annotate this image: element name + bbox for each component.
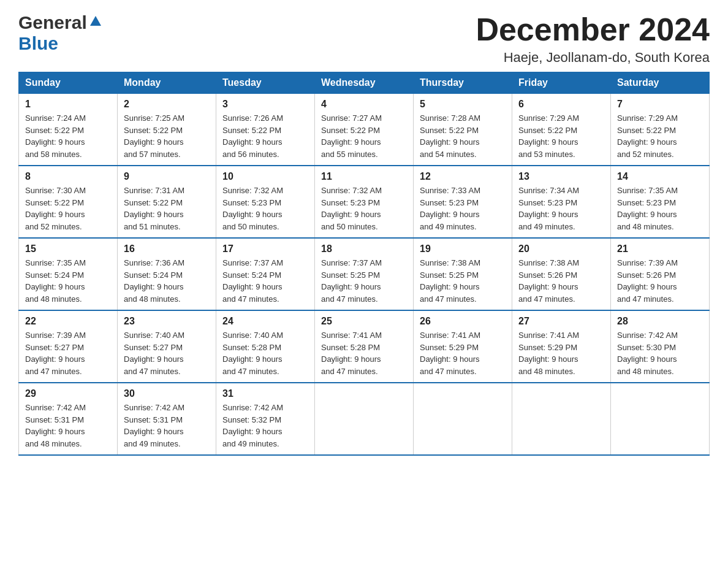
day-info: Sunrise: 7:40 AM Sunset: 5:27 PM Dayligh…: [124, 329, 210, 377]
svg-marker-0: [90, 16, 101, 26]
day-number: 9: [124, 171, 210, 182]
day-info: Sunrise: 7:42 AM Sunset: 5:31 PM Dayligh…: [124, 402, 210, 450]
day-info: Sunrise: 7:29 AM Sunset: 5:22 PM Dayligh…: [617, 112, 703, 160]
day-info: Sunrise: 7:28 AM Sunset: 5:22 PM Dayligh…: [420, 112, 506, 160]
week-row-4: 22 Sunrise: 7:39 AM Sunset: 5:27 PM Dayl…: [19, 310, 710, 383]
day-info: Sunrise: 7:42 AM Sunset: 5:30 PM Dayligh…: [617, 329, 703, 377]
day-number: 7: [617, 99, 703, 110]
empty-cell: [414, 383, 512, 455]
empty-cell: [611, 383, 710, 455]
day-cell-13: 13 Sunrise: 7:34 AM Sunset: 5:23 PM Dayl…: [512, 166, 611, 238]
day-cell-4: 4 Sunrise: 7:27 AM Sunset: 5:22 PM Dayli…: [315, 94, 414, 166]
day-info: Sunrise: 7:37 AM Sunset: 5:25 PM Dayligh…: [321, 257, 407, 305]
header-sunday: Sunday: [19, 72, 118, 94]
day-cell-10: 10 Sunrise: 7:32 AM Sunset: 5:23 PM Dayl…: [216, 166, 315, 238]
week-row-5: 29 Sunrise: 7:42 AM Sunset: 5:31 PM Dayl…: [19, 383, 710, 455]
logo-general: General: [18, 12, 87, 33]
day-cell-24: 24 Sunrise: 7:40 AM Sunset: 5:28 PM Dayl…: [216, 310, 315, 383]
logo-blue: Blue: [18, 33, 58, 53]
header-thursday: Thursday: [414, 72, 512, 94]
logo: General Blue: [18, 12, 102, 54]
day-number: 3: [222, 99, 308, 110]
day-cell-6: 6 Sunrise: 7:29 AM Sunset: 5:22 PM Dayli…: [512, 94, 611, 166]
day-number: 17: [222, 243, 308, 255]
day-info: Sunrise: 7:30 AM Sunset: 5:22 PM Dayligh…: [25, 185, 111, 232]
day-number: 16: [124, 243, 210, 255]
day-cell-18: 18 Sunrise: 7:37 AM Sunset: 5:25 PM Dayl…: [315, 238, 414, 310]
day-cell-30: 30 Sunrise: 7:42 AM Sunset: 5:31 PM Dayl…: [118, 383, 216, 455]
day-cell-26: 26 Sunrise: 7:41 AM Sunset: 5:29 PM Dayl…: [414, 310, 512, 383]
day-cell-21: 21 Sunrise: 7:39 AM Sunset: 5:26 PM Dayl…: [611, 238, 710, 310]
day-number: 1: [25, 99, 111, 110]
day-info: Sunrise: 7:24 AM Sunset: 5:22 PM Dayligh…: [25, 112, 111, 160]
day-info: Sunrise: 7:35 AM Sunset: 5:24 PM Dayligh…: [25, 257, 111, 305]
day-number: 27: [518, 316, 604, 327]
header-saturday: Saturday: [611, 72, 710, 94]
week-row-1: 1 Sunrise: 7:24 AM Sunset: 5:22 PM Dayli…: [19, 94, 710, 166]
day-cell-7: 7 Sunrise: 7:29 AM Sunset: 5:22 PM Dayli…: [611, 94, 710, 166]
day-info: Sunrise: 7:41 AM Sunset: 5:29 PM Dayligh…: [518, 329, 604, 377]
day-number: 26: [420, 316, 506, 327]
day-info: Sunrise: 7:38 AM Sunset: 5:25 PM Dayligh…: [420, 257, 506, 305]
calendar-table: SundayMondayTuesdayWednesdayThursdayFrid…: [18, 72, 710, 456]
logo-icon: [89, 15, 102, 28]
day-cell-8: 8 Sunrise: 7:30 AM Sunset: 5:22 PM Dayli…: [19, 166, 118, 238]
week-row-3: 15 Sunrise: 7:35 AM Sunset: 5:24 PM Dayl…: [19, 238, 710, 310]
day-cell-11: 11 Sunrise: 7:32 AM Sunset: 5:23 PM Dayl…: [315, 166, 414, 238]
day-number: 2: [124, 99, 210, 110]
day-cell-1: 1 Sunrise: 7:24 AM Sunset: 5:22 PM Dayli…: [19, 94, 118, 166]
day-cell-29: 29 Sunrise: 7:42 AM Sunset: 5:31 PM Dayl…: [19, 383, 118, 455]
day-number: 6: [518, 99, 604, 110]
header-friday: Friday: [512, 72, 611, 94]
day-number: 4: [321, 99, 407, 110]
day-cell-25: 25 Sunrise: 7:41 AM Sunset: 5:28 PM Dayl…: [315, 310, 414, 383]
day-info: Sunrise: 7:41 AM Sunset: 5:28 PM Dayligh…: [321, 329, 407, 377]
day-info: Sunrise: 7:39 AM Sunset: 5:27 PM Dayligh…: [25, 329, 111, 377]
day-number: 20: [518, 243, 604, 255]
day-cell-9: 9 Sunrise: 7:31 AM Sunset: 5:22 PM Dayli…: [118, 166, 216, 238]
day-number: 10: [222, 171, 308, 182]
day-cell-3: 3 Sunrise: 7:26 AM Sunset: 5:22 PM Dayli…: [216, 94, 315, 166]
day-number: 15: [25, 243, 111, 255]
day-number: 19: [420, 243, 506, 255]
calendar-header-row: SundayMondayTuesdayWednesdayThursdayFrid…: [19, 72, 710, 94]
day-number: 30: [124, 388, 210, 399]
day-number: 28: [617, 316, 703, 327]
day-info: Sunrise: 7:33 AM Sunset: 5:23 PM Dayligh…: [420, 185, 506, 232]
day-info: Sunrise: 7:35 AM Sunset: 5:23 PM Dayligh…: [617, 185, 703, 232]
day-number: 21: [617, 243, 703, 255]
header-monday: Monday: [118, 72, 216, 94]
title-block: December 2024 Haeje, Jeollanam-do, South…: [476, 12, 710, 66]
day-number: 31: [222, 388, 308, 399]
day-info: Sunrise: 7:27 AM Sunset: 5:22 PM Dayligh…: [321, 112, 407, 160]
day-info: Sunrise: 7:41 AM Sunset: 5:29 PM Dayligh…: [420, 329, 506, 377]
week-row-2: 8 Sunrise: 7:30 AM Sunset: 5:22 PM Dayli…: [19, 166, 710, 238]
day-number: 18: [321, 243, 407, 255]
day-number: 25: [321, 316, 407, 327]
day-info: Sunrise: 7:37 AM Sunset: 5:24 PM Dayligh…: [222, 257, 308, 305]
page-title: December 2024: [476, 12, 710, 47]
day-number: 12: [420, 171, 506, 182]
day-info: Sunrise: 7:38 AM Sunset: 5:26 PM Dayligh…: [518, 257, 604, 305]
page-header: General Blue December 2024 Haeje, Jeolla…: [18, 12, 710, 66]
day-info: Sunrise: 7:29 AM Sunset: 5:22 PM Dayligh…: [518, 112, 604, 160]
day-number: 5: [420, 99, 506, 110]
day-cell-17: 17 Sunrise: 7:37 AM Sunset: 5:24 PM Dayl…: [216, 238, 315, 310]
day-info: Sunrise: 7:32 AM Sunset: 5:23 PM Dayligh…: [222, 185, 308, 232]
day-cell-19: 19 Sunrise: 7:38 AM Sunset: 5:25 PM Dayl…: [414, 238, 512, 310]
day-info: Sunrise: 7:32 AM Sunset: 5:23 PM Dayligh…: [321, 185, 407, 232]
empty-cell: [315, 383, 414, 455]
day-cell-20: 20 Sunrise: 7:38 AM Sunset: 5:26 PM Dayl…: [512, 238, 611, 310]
day-cell-5: 5 Sunrise: 7:28 AM Sunset: 5:22 PM Dayli…: [414, 94, 512, 166]
day-info: Sunrise: 7:25 AM Sunset: 5:22 PM Dayligh…: [124, 112, 210, 160]
day-cell-27: 27 Sunrise: 7:41 AM Sunset: 5:29 PM Dayl…: [512, 310, 611, 383]
day-cell-28: 28 Sunrise: 7:42 AM Sunset: 5:30 PM Dayl…: [611, 310, 710, 383]
day-number: 14: [617, 171, 703, 182]
day-info: Sunrise: 7:31 AM Sunset: 5:22 PM Dayligh…: [124, 185, 210, 232]
day-cell-22: 22 Sunrise: 7:39 AM Sunset: 5:27 PM Dayl…: [19, 310, 118, 383]
day-cell-15: 15 Sunrise: 7:35 AM Sunset: 5:24 PM Dayl…: [19, 238, 118, 310]
day-info: Sunrise: 7:26 AM Sunset: 5:22 PM Dayligh…: [222, 112, 308, 160]
day-info: Sunrise: 7:42 AM Sunset: 5:32 PM Dayligh…: [222, 402, 308, 450]
day-number: 23: [124, 316, 210, 327]
empty-cell: [512, 383, 611, 455]
